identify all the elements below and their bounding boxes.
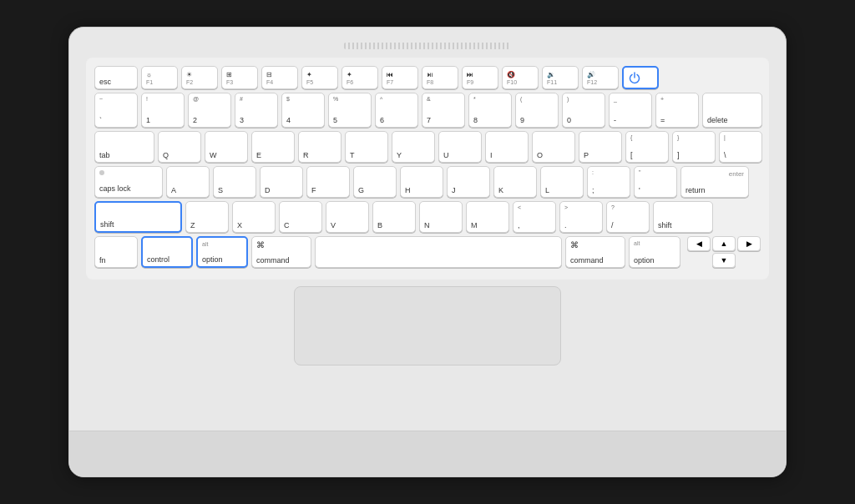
key-l[interactable]: L [540, 166, 584, 198]
key-enter[interactable]: enter return [680, 166, 749, 198]
key-2[interactable]: @ 2 [188, 93, 231, 128]
f10-label: 🔇F10 [507, 71, 517, 86]
key-option-left[interactable]: alt option [196, 236, 248, 268]
key-capslock[interactable]: caps lock [94, 166, 163, 198]
key-o[interactable]: O [532, 131, 575, 163]
delete-label: delete [707, 116, 728, 124]
key-w[interactable]: W [205, 131, 248, 163]
key-z[interactable]: Z [185, 201, 229, 233]
minus-main: - [614, 116, 616, 124]
key-delete[interactable]: delete [702, 93, 762, 128]
key-f1[interactable]: ☼F1 [141, 66, 178, 89]
f9-label: ⏭F9 [467, 71, 473, 86]
key-arrow-left[interactable]: ◀ [687, 236, 711, 251]
key-minus[interactable]: _ - [609, 93, 652, 128]
shift-left-label: shift [100, 220, 114, 229]
key-shift-right[interactable]: shift [653, 201, 713, 233]
key-r[interactable]: R [298, 131, 341, 163]
key-c[interactable]: C [279, 201, 322, 233]
key-d[interactable]: D [260, 166, 303, 198]
key-control[interactable]: control [141, 236, 193, 268]
key-j[interactable]: J [447, 166, 490, 198]
key-arrow-up[interactable]: ▲ [712, 236, 736, 251]
key-t[interactable]: T [345, 131, 388, 163]
key-shift-left[interactable]: shift [94, 201, 182, 233]
key-semicolon[interactable]: : ; [587, 166, 630, 198]
key-f8[interactable]: ⏯F8 [422, 66, 458, 89]
esc-label: esc [99, 78, 111, 86]
key-9[interactable]: ( 9 [515, 93, 559, 128]
key-f2[interactable]: ☀F2 [181, 66, 218, 89]
key-power[interactable] [622, 66, 659, 89]
key-command-left[interactable]: ⌘ command [251, 236, 311, 268]
f2-label: ☀F2 [186, 71, 193, 86]
key-q[interactable]: Q [158, 131, 201, 163]
key-p[interactable]: P [579, 131, 622, 163]
key-bracket-right[interactable]: } ] [672, 131, 716, 163]
key-f6[interactable]: ✦F6 [341, 66, 378, 89]
key-tab[interactable]: tab [94, 131, 154, 163]
asdf-row: caps lock A S D F G H J K L : ; " ' ente… [94, 166, 761, 198]
key-f3[interactable]: ⊞F3 [221, 66, 258, 89]
bottom-row: fn control alt option ⌘ command ⌘ comman… [94, 236, 761, 268]
keyboard-area: esc ☼F1 ☀F2 ⊞F3 ⊟F4 ✦F5 ✦F6 ⏮F7 [86, 58, 769, 280]
speaker-grille [344, 43, 511, 49]
key-tilde[interactable]: ~ ` [94, 93, 138, 128]
key-4[interactable]: $ 4 [281, 93, 325, 128]
key-f4[interactable]: ⊟F4 [261, 66, 298, 89]
key-quote[interactable]: " ' [634, 166, 677, 198]
minus-top: _ [614, 96, 617, 102]
key-esc[interactable]: esc [94, 66, 138, 89]
key-f5[interactable]: ✦F5 [301, 66, 338, 89]
function-row: esc ☼F1 ☀F2 ⊞F3 ⊟F4 ✦F5 ✦F6 ⏮F7 [94, 66, 761, 89]
key-space[interactable] [315, 236, 562, 268]
key-slash[interactable]: ? / [606, 201, 650, 233]
key-period[interactable]: > . [559, 201, 603, 233]
key-0[interactable]: ) 0 [562, 93, 605, 128]
key5-top: % [333, 96, 338, 102]
trackpad[interactable] [294, 286, 561, 365]
key-b[interactable]: B [372, 201, 416, 233]
key-s[interactable]: S [213, 166, 256, 198]
key-5[interactable]: % 5 [328, 93, 372, 128]
key-3[interactable]: # 3 [235, 93, 278, 128]
key-f9[interactable]: ⏭F9 [462, 66, 498, 89]
key-f10[interactable]: 🔇F10 [502, 66, 539, 89]
key-backslash[interactable]: | \ [719, 131, 762, 163]
key-equals[interactable]: + = [655, 93, 699, 128]
key1-top: ! [146, 96, 148, 102]
command-right-label: command [570, 256, 604, 265]
key-i[interactable]: I [485, 131, 529, 163]
key-k[interactable]: K [493, 166, 537, 198]
key-bracket-left[interactable]: { [ [625, 131, 669, 163]
key-1[interactable]: ! 1 [141, 93, 185, 128]
key7-top: & [427, 96, 431, 102]
key-8[interactable]: * 8 [468, 93, 512, 128]
key-option-right[interactable]: alt option [629, 236, 680, 268]
key-n[interactable]: N [419, 201, 463, 233]
key6-top: ^ [380, 96, 382, 102]
tilde-top: ~ [99, 96, 103, 102]
key-a[interactable]: A [166, 166, 210, 198]
key-arrow-right[interactable]: ▶ [737, 236, 761, 251]
key-f11[interactable]: 🔉F11 [542, 66, 579, 89]
key-6[interactable]: ^ 6 [375, 93, 418, 128]
f7-label: ⏮F7 [387, 71, 393, 86]
key-f[interactable]: F [306, 166, 350, 198]
key-u[interactable]: U [438, 131, 482, 163]
key-y[interactable]: Y [392, 131, 435, 163]
key-v[interactable]: V [326, 201, 369, 233]
key-x[interactable]: X [232, 201, 276, 233]
key-h[interactable]: H [400, 166, 443, 198]
equals-top: + [660, 96, 664, 102]
key-arrow-down[interactable]: ▼ [712, 253, 736, 268]
key-m[interactable]: M [466, 201, 509, 233]
key-command-right[interactable]: ⌘ command [565, 236, 625, 268]
key-g[interactable]: G [353, 166, 397, 198]
key-fn[interactable]: fn [94, 236, 138, 268]
key-e[interactable]: E [251, 131, 295, 163]
key-f12[interactable]: 🔊F12 [582, 66, 619, 89]
key-comma[interactable]: < , [513, 201, 556, 233]
key-7[interactable]: & 7 [422, 93, 465, 128]
key-f7[interactable]: ⏮F7 [382, 66, 418, 89]
